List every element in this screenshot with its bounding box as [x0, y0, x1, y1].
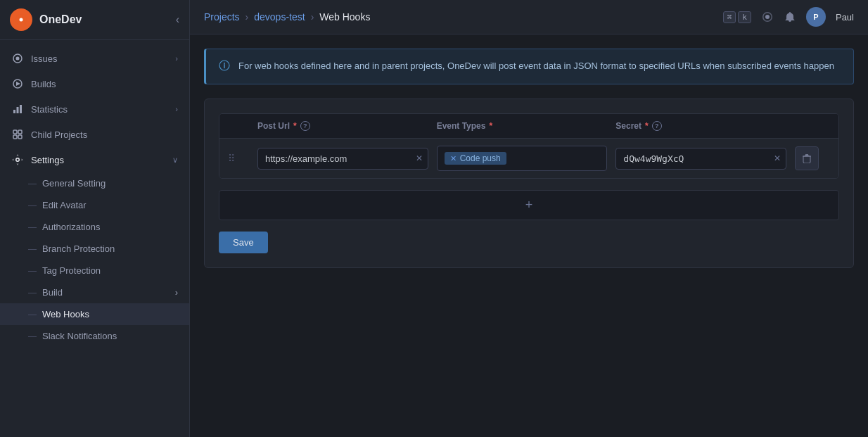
secret-header: Secret * ?	[615, 121, 786, 131]
shortcut-k: k	[738, 11, 751, 23]
avatar-initials: P	[813, 13, 818, 21]
event-types-header: Event Types *	[437, 121, 608, 131]
drag-handle-icon[interactable]: ⠿	[228, 153, 249, 164]
sidebar-sub-branch-protection[interactable]: — Branch Protection	[0, 238, 189, 260]
sidebar: OneDev ‹ Issues › Builds	[0, 0, 190, 437]
event-tag: ✕ Code push	[445, 152, 506, 165]
sidebar-collapse-icon[interactable]: ‹	[176, 13, 179, 26]
child-projects-label: Child Projects	[31, 129, 87, 140]
add-webhook-button[interactable]: +	[219, 190, 839, 220]
post-url-input[interactable]	[257, 148, 428, 170]
issues-icon	[11, 52, 24, 65]
statistics-label: Statistics	[31, 104, 68, 115]
statistics-icon	[11, 103, 24, 115]
branch-protection-label: Branch Protection	[42, 243, 115, 254]
sidebar-item-issues[interactable]: Issues ›	[0, 46, 189, 71]
secret-help-icon[interactable]: ?	[652, 121, 662, 131]
settings-label: Settings	[31, 155, 64, 165]
info-icon	[219, 60, 230, 74]
sidebar-sub-authorizations[interactable]: — Authorizations	[0, 216, 189, 238]
event-types-required: *	[489, 121, 492, 131]
authorizations-label: Authorizations	[42, 222, 100, 232]
topbar-actions: ⌘ k P Paul	[723, 7, 854, 27]
secret-required: *	[645, 121, 649, 131]
secret-input[interactable]	[615, 148, 786, 170]
save-button[interactable]: Save	[219, 232, 268, 253]
builds-label: Builds	[31, 79, 56, 89]
tag-protection-label: Tag Protection	[42, 265, 101, 276]
sidebar-sub-edit-avatar[interactable]: — Edit Avatar	[0, 194, 189, 216]
svg-rect-12	[13, 135, 17, 139]
svg-rect-10	[13, 130, 17, 134]
notifications-button[interactable]	[784, 11, 796, 23]
breadcrumb-projects[interactable]: Projects	[204, 11, 240, 23]
statistics-chevron: ›	[175, 105, 178, 113]
sidebar-header[interactable]: OneDev ‹	[0, 0, 189, 40]
svg-rect-8	[17, 107, 19, 113]
sidebar-sub-slack-notifications[interactable]: — Slack Notifications	[0, 325, 189, 347]
main-content: Projects › devops-test › Web Hooks ⌘ k	[190, 0, 868, 437]
general-setting-label: General Setting	[42, 178, 106, 189]
post-url-clear-icon[interactable]: ✕	[416, 153, 423, 163]
web-hooks-label: Web Hooks	[42, 309, 89, 319]
sidebar-item-builds[interactable]: Builds	[0, 71, 189, 96]
sidebar-sub-general-setting[interactable]: — General Setting	[0, 172, 189, 194]
delete-webhook-button[interactable]	[795, 146, 819, 170]
build-label: Build	[42, 287, 63, 298]
build-chevron: ›	[175, 287, 178, 298]
post-url-required: *	[293, 121, 297, 131]
sidebar-nav: Issues › Builds Statistics	[0, 40, 189, 437]
svg-marker-6	[16, 82, 20, 86]
breadcrumb-current: Web Hooks	[319, 11, 370, 23]
breadcrumb-sep1: ›	[245, 11, 249, 23]
svg-rect-16	[805, 154, 808, 156]
sidebar-item-child-projects[interactable]: Child Projects	[0, 122, 189, 147]
sidebar-item-settings[interactable]: Settings ∨	[0, 147, 189, 172]
keyboard-shortcut-display: ⌘ k	[723, 11, 751, 23]
event-types-field[interactable]: ✕ Code push	[437, 146, 608, 171]
webhook-table: Post Url * ? Event Types * Secret * ?	[219, 113, 839, 179]
settings-icon	[11, 153, 24, 166]
svg-point-14	[765, 15, 770, 19]
svg-rect-9	[20, 105, 22, 113]
event-tag-close-icon[interactable]: ✕	[450, 154, 457, 163]
breadcrumb-sep2: ›	[311, 11, 314, 23]
sidebar-sub-web-hooks[interactable]: — Web Hooks	[0, 303, 189, 325]
post-url-help-icon[interactable]: ?	[300, 121, 310, 131]
svg-rect-7	[13, 110, 15, 113]
webhook-card: Post Url * ? Event Types * Secret * ?	[204, 99, 854, 268]
webhook-table-header: Post Url * ? Event Types * Secret * ?	[219, 114, 838, 139]
add-icon: +	[525, 198, 533, 213]
avatar[interactable]: P	[806, 7, 826, 27]
post-url-field: ✕	[257, 148, 428, 170]
builds-icon	[11, 77, 24, 90]
page-content: For web hooks defined here and in parent…	[190, 34, 868, 437]
issues-chevron: ›	[175, 54, 178, 63]
sidebar-sub-build[interactable]: — Build ›	[0, 281, 189, 303]
webhook-row: ⠿ ✕ ✕ Code push ✕	[219, 139, 838, 178]
shortcut-cmd: ⌘	[723, 11, 736, 23]
post-url-header: Post Url * ?	[257, 121, 428, 131]
topbar: Projects › devops-test › Web Hooks ⌘ k	[190, 0, 868, 34]
actions-header-cell	[795, 121, 830, 131]
svg-point-4	[16, 57, 20, 61]
secret-field: ✕	[615, 148, 786, 170]
app-logo	[10, 8, 32, 31]
issues-label: Issues	[31, 53, 58, 64]
svg-rect-13	[18, 135, 22, 139]
svg-rect-11	[18, 130, 22, 134]
event-tag-label: Code push	[460, 153, 501, 163]
edit-avatar-label: Edit Avatar	[42, 200, 87, 210]
sidebar-item-statistics[interactable]: Statistics ›	[0, 96, 189, 122]
slack-notifications-label: Slack Notifications	[42, 331, 117, 341]
svg-point-2	[20, 18, 23, 22]
sidebar-sub-tag-protection[interactable]: — Tag Protection	[0, 260, 189, 281]
theme-toggle-button[interactable]	[761, 11, 774, 23]
username-label[interactable]: Paul	[836, 12, 854, 23]
drag-header-cell	[228, 121, 249, 131]
child-projects-icon	[11, 128, 24, 141]
brand-name: OneDev	[39, 13, 82, 26]
secret-clear-icon[interactable]: ✕	[774, 153, 781, 163]
breadcrumb-devops-test[interactable]: devops-test	[254, 11, 305, 23]
info-banner-text: For web hooks defined here and in parent…	[238, 59, 834, 73]
